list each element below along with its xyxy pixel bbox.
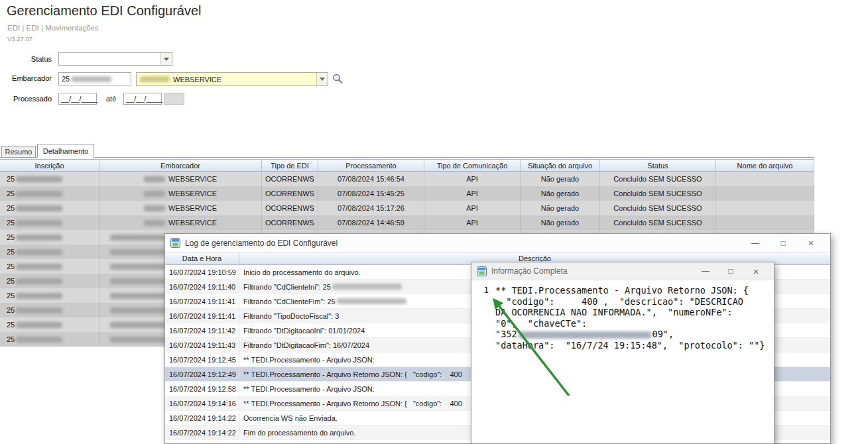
log-dialog-title: Log de gerenciamento do EDI Configurável (185, 239, 338, 248)
redacted-text (110, 322, 168, 328)
table-row[interactable]: 25 WEBSERVICE OCORRENWS 07/08/2024 15:45… (0, 186, 814, 201)
redacted-text (16, 293, 62, 299)
cell-situacao: Não gerado (521, 201, 600, 215)
cell-tipo-comunicacao: API (424, 186, 521, 201)
cell-inscricao: 25 (0, 332, 99, 347)
chevron-down-icon[interactable] (160, 53, 172, 65)
column-header-situacao[interactable]: Situação do arquivo (521, 160, 600, 171)
redacted-text (16, 249, 62, 255)
cell-inscricao: 25 (0, 274, 99, 288)
log-dialog-titlebar[interactable]: Log de gerenciamento do EDI Configurável… (165, 234, 830, 252)
redacted-text (140, 76, 170, 82)
cell-inscricao: 25 (0, 172, 99, 186)
cell-situacao: Não gerado (521, 215, 600, 230)
minimize-icon[interactable]: — (741, 235, 769, 251)
redacted-text (110, 264, 168, 270)
json-return-text[interactable]: ** TEDI.Processamento - Arquivo Retorno … (494, 280, 774, 351)
redacted-text (144, 205, 165, 211)
cell-tipo-comunicacao: API (424, 201, 521, 215)
redacted-text (16, 337, 62, 343)
column-header-data-e-hora[interactable]: Data e Hora (165, 252, 239, 264)
log-datetime: 16/07/2024 19:10:59 (165, 265, 239, 279)
processado-from-input[interactable]: __/__/____ (58, 93, 97, 105)
cell-inscricao: 25 (0, 201, 99, 215)
maximize-icon[interactable]: □ (718, 263, 743, 279)
column-header-processamento[interactable]: Processamento (318, 160, 424, 171)
version-label: V3.27.07 (7, 35, 32, 42)
status-label: Status (0, 55, 52, 63)
processado-to-input[interactable]: __/__/____ (123, 93, 162, 105)
redacted-text (110, 235, 168, 241)
breadcrumb: EDI | EDI | Movimentações (7, 24, 99, 32)
app-icon (477, 266, 487, 276)
embarcador-code-value: 25 (62, 75, 70, 83)
info-content: 1 ** TEDI.Processamento - Arquivo Retorn… (471, 280, 774, 351)
redacted-text (110, 307, 168, 313)
search-button[interactable] (330, 72, 345, 86)
chevron-down-icon[interactable] (316, 73, 328, 85)
cell-tipo-edi: OCORRENWS (262, 215, 318, 230)
cell-embarcador: WEBSERVICE (99, 201, 262, 215)
cell-inscricao: 25 (0, 215, 99, 230)
redacted-text (16, 191, 62, 197)
column-header-embarcador[interactable]: Embarcador (99, 160, 262, 171)
cell-nome-arquivo (716, 186, 814, 201)
redacted-text (16, 205, 62, 211)
status-select[interactable] (58, 52, 172, 66)
redacted-text (144, 176, 165, 182)
info-dialog-title: Informação Completa (491, 266, 568, 276)
cell-processamento: 07/08/2024 15:46:54 (318, 172, 424, 186)
log-datetime: 16/07/2024 19:11:40 (165, 280, 239, 294)
embarcador-select[interactable]: WEBSERVICE (136, 72, 328, 86)
cell-inscricao: 25 (0, 259, 99, 274)
table-row[interactable]: 25 WEBSERVICE OCORRENWS 07/08/2024 15:17… (0, 201, 814, 215)
cell-processamento: 07/08/2024 15:17:26 (318, 201, 424, 215)
redacted-text (72, 76, 111, 82)
column-header-inscricao[interactable]: Inscrição (0, 160, 99, 171)
log-datetime: 16/07/2024 19:11:43 (165, 338, 239, 352)
column-header-tipo-comunicacao[interactable]: Tipo de Comunicação (424, 160, 521, 171)
log-datetime: 16/07/2024 19:11:42 (165, 323, 239, 337)
cell-embarcador: WEBSERVICE (99, 172, 262, 186)
table-row[interactable]: 25 WEBSERVICE OCORRENWS 07/08/2024 15:46… (0, 172, 814, 186)
cell-tipo-comunicacao: API (424, 172, 521, 186)
date-filter-spacer (164, 93, 184, 105)
info-dialog: Informação Completa — □ × 1 ** TEDI.Proc… (471, 262, 775, 444)
minimize-icon[interactable]: — (693, 263, 718, 279)
cell-status: Concluído SEM SUCESSO (600, 172, 716, 186)
redacted-text (110, 293, 168, 299)
log-datetime: 16/07/2024 19:14:22 (165, 425, 239, 439)
close-icon[interactable]: × (743, 263, 769, 279)
column-header-status[interactable]: Status (600, 160, 716, 171)
log-datetime: 16/07/2024 19:14:22 (165, 411, 239, 425)
cell-tipo-comunicacao: API (424, 215, 521, 230)
column-header-tipo-edi[interactable]: Tipo de EDI (262, 160, 318, 171)
redacted-text (110, 249, 168, 255)
log-datetime: 16/07/2024 19:11:41 (165, 294, 239, 308)
maximize-icon[interactable]: □ (769, 235, 797, 251)
cell-processamento: 07/08/2024 14:46:59 (318, 215, 424, 230)
log-datetime: 16/07/2024 19:12:58 (165, 382, 239, 396)
redacted-text (16, 278, 62, 284)
cell-status: Concluído SEM SUCESSO (600, 186, 716, 201)
cell-status: Concluído SEM SUCESSO (600, 201, 716, 215)
column-header-nome-arquivo[interactable]: Nome do arquivo (716, 160, 814, 171)
redacted-text (16, 235, 62, 241)
tab-detalhamento[interactable]: Detalhamento (37, 144, 94, 158)
info-dialog-titlebar[interactable]: Informação Completa — □ × (471, 262, 774, 280)
log-datetime: 16/07/2024 19:11:41 (165, 309, 239, 323)
tab-resumo[interactable]: Resumo (1, 146, 36, 157)
table-row[interactable]: 25 WEBSERVICE OCORRENWS 07/08/2024 14:46… (0, 215, 814, 230)
embarcador-code-input[interactable]: 25 (58, 72, 131, 85)
edi-grid-header: Inscrição Embarcador Tipo de EDI Process… (0, 159, 814, 172)
redacted-text (16, 322, 62, 328)
app-icon (170, 238, 180, 248)
redacted-text (332, 284, 402, 290)
redacted-text (337, 298, 406, 304)
cell-inscricao: 25 (0, 303, 99, 317)
cell-situacao: Não gerado (521, 172, 600, 186)
redacted-text (110, 337, 168, 343)
close-icon[interactable]: × (797, 235, 825, 251)
embarcador-name-value: WEBSERVICE (173, 76, 221, 83)
processado-label: Processado (0, 95, 52, 103)
